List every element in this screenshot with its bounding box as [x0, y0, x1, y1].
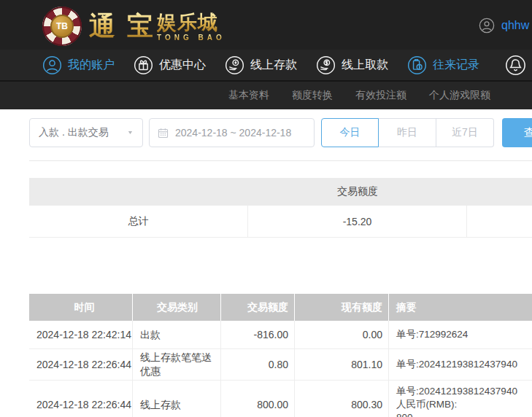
summary-line: 800	[396, 411, 413, 417]
withdraw-icon	[316, 55, 336, 75]
nav-label: 优惠中心	[159, 58, 206, 73]
poker-chip-logo-icon: TB	[42, 7, 82, 46]
summary-line: 单号:202412193812437940	[396, 385, 517, 398]
date-range-input[interactable]: 2024-12-18 ~ 2024-12-18	[149, 118, 315, 147]
cell-summary: 单号:202412193812437940	[389, 349, 532, 380]
logo-subtitle: TONG BAO	[157, 34, 225, 42]
summary-table-header: 交易额度	[29, 178, 532, 206]
chevron-down-icon: ▼	[127, 130, 134, 136]
cell-time: 2024-12-18 22:42:14	[29, 321, 133, 348]
search-button[interactable]: 查询	[502, 118, 532, 147]
nav-label: 我的账户	[68, 58, 115, 73]
nav-item-online-deposit[interactable]: 线上存款	[225, 55, 297, 75]
table-row: 2024-12-18 22:26:44 线上存款笔笔送优惠 0.80 801.1…	[29, 349, 532, 381]
nav-item-transaction-records[interactable]: 往来记录	[407, 55, 479, 75]
logo-text: 通 宝 娱乐城 TONG BAO	[89, 10, 225, 42]
column-header-balance: 现有额度	[295, 294, 389, 321]
records-icon	[407, 55, 427, 75]
filter-row: 入款 . 出款交易 ▼ 2024-12-18 ~ 2024-12-18 今日 昨…	[29, 118, 532, 147]
nav-item-my-account[interactable]: 我的账户	[42, 55, 115, 75]
table-row: 2024-12-18 22:42:14 出款 -816.00 0.00 单号:7…	[29, 321, 532, 349]
subnav-item-game-limits[interactable]: 个人游戏限额	[429, 89, 490, 102]
bell-icon	[505, 55, 526, 76]
sub-navigation: 基本资料 额度转换 有效投注额 个人游戏限额	[0, 80, 532, 109]
subnav-item-basic-info[interactable]: 基本资料	[228, 89, 269, 102]
quick-date-button-group: 今日 昨日 近7日	[321, 118, 494, 147]
nav-label: 线上存款	[250, 58, 297, 73]
summary-line: 人民币(RMB):	[396, 398, 457, 411]
site-logo[interactable]: TB 通 宝 娱乐城 TONG BAO	[42, 7, 225, 46]
transaction-type-value: 入款 . 出款交易	[39, 126, 109, 139]
table-row: 2024-12-18 22:26:44 线上存款 800.00 800.30 单…	[29, 381, 532, 417]
transactions-table-header: 时间 交易类别 交易额度 现有额度 摘要	[29, 294, 532, 321]
user-icon	[42, 55, 62, 75]
summary-header-amount: 交易额度	[248, 185, 467, 198]
column-header-type: 交易类别	[133, 294, 221, 321]
avatar-icon	[479, 17, 495, 34]
chip-tb-label: TB	[50, 15, 74, 38]
column-header-summary: 摘要	[389, 294, 532, 321]
nav-item-promotions[interactable]: 优惠中心	[134, 55, 206, 75]
cell-amount: -816.00	[221, 321, 295, 348]
cell-time: 2024-12-18 22:26:44	[29, 349, 133, 380]
gift-icon	[134, 55, 153, 75]
transactions-table: 时间 交易类别 交易额度 现有额度 摘要 2024-12-18 22:42:14…	[29, 294, 532, 417]
summary-line: 单号:712992624	[396, 328, 468, 341]
logo-title-rest: 娱乐城	[157, 12, 225, 34]
column-header-time: 时间	[29, 294, 133, 321]
cell-summary: 单号:202412193812437940 人民币(RMB): 800	[389, 381, 532, 417]
column-header-amount: 交易额度	[221, 294, 295, 321]
cell-type: 线上存款	[133, 381, 221, 417]
cell-time: 2024-12-18 22:26:44	[29, 381, 133, 417]
date-range-value: 2024-12-18 ~ 2024-12-18	[175, 127, 291, 139]
cell-type: 线上存款笔笔送优惠	[133, 349, 221, 380]
summary-total-row: 总计 -15.20	[29, 206, 532, 238]
nav-label: 线上取款	[342, 58, 388, 73]
nav-label: 往来记录	[433, 58, 479, 73]
yesterday-button[interactable]: 昨日	[379, 118, 436, 147]
divider	[29, 160, 532, 161]
cell-balance: 0.00	[295, 321, 389, 348]
transaction-type-select[interactable]: 入款 . 出款交易 ▼	[29, 118, 143, 147]
deposit-icon	[225, 55, 244, 75]
summary-line: 单号:202412193812437940	[396, 358, 517, 371]
logo-title-main: 通 宝	[89, 10, 155, 42]
subnav-item-credit-transfer[interactable]: 额度转换	[292, 89, 333, 102]
cell-type: 出款	[133, 321, 221, 348]
summary-total-value: -15.20	[248, 206, 467, 237]
calendar-icon	[157, 127, 169, 139]
cell-balance: 800.30	[295, 381, 389, 417]
subnav-item-valid-bets[interactable]: 有效投注额	[355, 89, 406, 102]
main-navigation: 我的账户 优惠中心 线上存款 线上取款 往来记录	[0, 50, 532, 80]
cell-balance: 801.10	[295, 349, 389, 380]
user-account[interactable]: qhhw	[479, 17, 529, 34]
top-header: TB 通 宝 娱乐城 TONG BAO qhhw	[0, 0, 532, 50]
today-button[interactable]: 今日	[321, 118, 379, 147]
notifications-button[interactable]	[505, 55, 526, 76]
cell-summary: 单号:712992624	[389, 321, 532, 348]
username: qhhw	[501, 19, 529, 32]
cell-amount: 0.80	[221, 349, 295, 380]
last-7-days-button[interactable]: 近7日	[436, 118, 494, 147]
cell-amount: 800.00	[221, 381, 295, 417]
nav-item-online-withdraw[interactable]: 线上取款	[316, 55, 388, 75]
content-area: 入款 . 出款交易 ▼ 2024-12-18 ~ 2024-12-18 今日 昨…	[0, 118, 532, 417]
summary-total-label: 总计	[29, 206, 248, 237]
summary-table: 交易额度 总计 -15.20	[29, 178, 532, 238]
